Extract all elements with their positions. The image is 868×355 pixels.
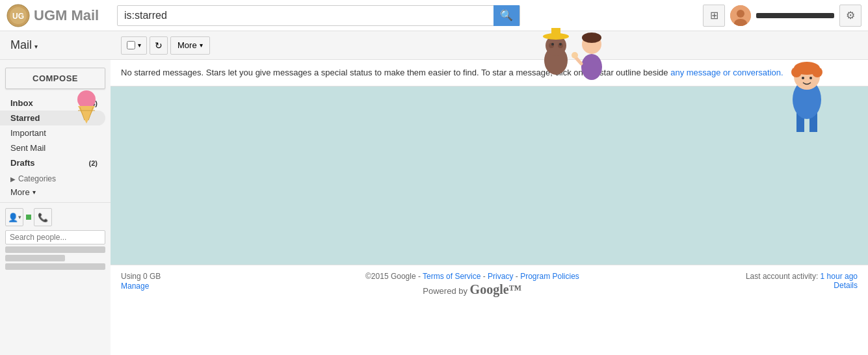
- sidebar-item-sent[interactable]: Sent Mail: [0, 140, 105, 155]
- storage-info: Using 0 GB Manage: [121, 272, 199, 291]
- mail-section-label: Mail ▾: [10, 38, 121, 52]
- contact-item-2[interactable]: [5, 255, 65, 261]
- more-button[interactable]: More ▾: [170, 36, 210, 55]
- grid-button[interactable]: ⊞: [703, 5, 725, 27]
- settings-icon: ⚙: [846, 9, 855, 21]
- search-input[interactable]: [118, 6, 493, 25]
- more-arrow-icon: ▾: [33, 189, 36, 196]
- svg-point-48: [757, 302, 768, 313]
- search-bar: 🔍: [117, 5, 520, 26]
- svg-point-4: [737, 10, 744, 18]
- svg-point-7: [546, 35, 566, 56]
- svg-rect-46: [783, 311, 793, 327]
- svg-point-11: [558, 43, 563, 48]
- google-logo: Google™: [470, 282, 522, 296]
- sidebar-more-button[interactable]: More ▾: [0, 185, 111, 200]
- footer: Using 0 GB Manage ©2015 Google - Terms o…: [111, 265, 868, 304]
- contact-item-1[interactable]: [5, 246, 105, 253]
- svg-point-10: [549, 43, 554, 48]
- logo-area: UG UGM Mail: [7, 4, 117, 27]
- more-label: More: [10, 187, 30, 197]
- phone-button[interactable]: 📞: [34, 208, 52, 226]
- avatar[interactable]: [730, 5, 751, 26]
- refresh-button[interactable]: ↻: [150, 36, 168, 55]
- sent-label: Sent Mail: [10, 143, 46, 153]
- info-link[interactable]: any message or conversation.: [670, 68, 783, 77]
- svg-text:UG: UG: [12, 12, 24, 21]
- program-link[interactable]: Program Policies: [520, 272, 579, 281]
- svg-point-18: [572, 52, 578, 59]
- refresh-icon: ↻: [155, 40, 163, 51]
- svg-point-49: [760, 305, 765, 310]
- categories-arrow: ▶: [10, 176, 16, 183]
- svg-point-13: [559, 43, 562, 46]
- categories-section[interactable]: ▶ Categories: [0, 170, 111, 185]
- checkbox-input[interactable]: [127, 41, 135, 49]
- inbox-badge: (4): [89, 99, 98, 107]
- sidebar: COMPOSE Inbox (4) Starred Important Sent…: [0, 60, 111, 355]
- svg-rect-45: [769, 311, 778, 327]
- last-activity: Last account activity: 1 hour ago Detail…: [746, 272, 858, 290]
- contact-item-3[interactable]: [5, 263, 105, 270]
- copyright: ©2015 Google: [365, 272, 416, 281]
- drafts-badge: (2): [89, 159, 98, 167]
- more-label: More: [178, 40, 197, 50]
- svg-rect-20: [809, 112, 817, 132]
- privacy-link[interactable]: Privacy: [488, 272, 513, 281]
- checkbox-dropdown-arrow[interactable]: ▾: [138, 42, 141, 49]
- logo-icon: UG: [7, 4, 30, 27]
- people-add-button[interactable]: 👤 ▾: [5, 208, 23, 226]
- svg-rect-19: [796, 112, 804, 132]
- svg-point-14: [582, 34, 601, 54]
- search-button[interactable]: 🔍: [493, 5, 519, 26]
- last-activity-label: Last account activity:: [746, 272, 818, 281]
- footer-center: ©2015 Google - Terms of Service - Privac…: [199, 272, 746, 297]
- people-widget: 👤 ▾ 📞: [0, 202, 111, 277]
- svg-point-16: [582, 33, 601, 43]
- important-label: Important: [10, 128, 46, 138]
- toolbar: Mail ▾ ▾ ↻ More ▾: [0, 31, 868, 60]
- starred-label: Starred: [10, 113, 40, 123]
- svg-point-8: [543, 33, 569, 40]
- categories-label: Categories: [18, 174, 56, 183]
- powered-by: Powered by Google™: [199, 282, 746, 297]
- svg-rect-29: [195, 301, 205, 327]
- logo-text: UGM Mail: [34, 7, 99, 24]
- empty-content-area: Using 0 GB Manage ©2015 Google - Terms o…: [111, 86, 868, 304]
- svg-rect-28: [179, 301, 189, 327]
- drafts-label: Drafts: [10, 158, 35, 168]
- sidebar-item-drafts[interactable]: Drafts (2): [0, 155, 105, 170]
- grid-icon: ⊞: [710, 9, 718, 21]
- info-text: No starred messages. Stars let you give …: [121, 68, 668, 77]
- select-checkbox-button[interactable]: ▾: [121, 36, 147, 55]
- inbox-label: Inbox: [10, 98, 33, 108]
- time-ago[interactable]: 1 hour ago: [821, 272, 858, 281]
- header-right: ⊞ ⚙: [703, 5, 861, 27]
- storage-text: Using 0 GB: [121, 272, 199, 281]
- main-layout: COMPOSE Inbox (4) Starred Important Sent…: [0, 60, 868, 355]
- person-icon: 👤: [8, 213, 18, 222]
- search-icon: 🔍: [500, 9, 513, 21]
- svg-point-12: [551, 43, 554, 46]
- header: UG UGM Mail 🔍 ⊞ ⚙: [0, 0, 868, 31]
- status-indicator: [26, 215, 31, 220]
- phone-icon: 📞: [38, 213, 48, 222]
- manage-link[interactable]: Manage: [121, 282, 149, 291]
- details-link[interactable]: Details: [834, 281, 858, 290]
- sidebar-item-important[interactable]: Important: [0, 125, 105, 140]
- content-area: No starred messages. Stars let you give …: [111, 60, 868, 355]
- settings-button[interactable]: ⚙: [839, 5, 861, 27]
- terms-link[interactable]: Terms of Service: [423, 272, 480, 281]
- info-banner: No starred messages. Stars let you give …: [111, 60, 868, 86]
- more-dropdown-arrow: ▾: [200, 42, 203, 49]
- people-controls: 👤 ▾ 📞: [5, 208, 105, 226]
- compose-button[interactable]: COMPOSE: [5, 68, 105, 89]
- people-dropdown-arrow: ▾: [18, 214, 21, 220]
- sidebar-item-inbox[interactable]: Inbox (4): [0, 96, 105, 111]
- sidebar-item-starred[interactable]: Starred: [0, 111, 105, 125]
- people-search-input[interactable]: [5, 230, 105, 244]
